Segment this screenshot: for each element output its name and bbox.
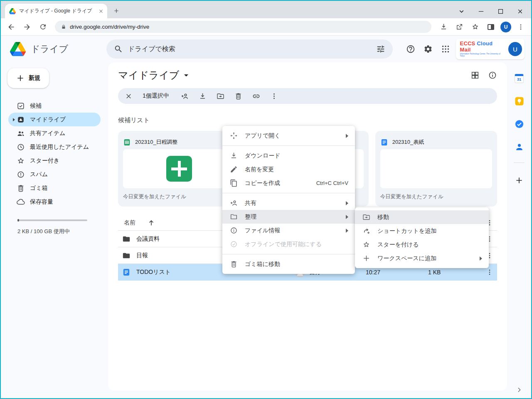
close-icon[interactable] [517, 8, 524, 15]
suggestions-heading: 候補リスト [118, 116, 497, 124]
search-input[interactable] [128, 45, 371, 53]
account-avatar[interactable]: U [508, 42, 522, 56]
gear-icon[interactable] [424, 44, 433, 54]
file-card-schedule[interactable]: 202310_日程調整 今日変更を加えたファイル [118, 131, 240, 207]
back-button[interactable] [5, 21, 17, 33]
organize-submenu: 移動 ショートカットを追加 スターを付ける ワークスペースに追加 [355, 207, 489, 268]
card-title: 202310_日程調整 [135, 138, 178, 146]
sidebar-item-label: 保存容量 [30, 198, 53, 206]
file-name: 会議資料 [136, 235, 160, 243]
address-bar[interactable]: drive.google.com/drive/my-drive [55, 21, 431, 33]
copy-link-icon[interactable] [252, 92, 260, 100]
move-to-folder-icon[interactable] [217, 92, 224, 100]
new-tab-button[interactable] [111, 5, 122, 17]
browser-menu-kebab-icon[interactable] [515, 21, 527, 33]
share-person-add-icon[interactable] [181, 92, 189, 100]
help-icon[interactable] [406, 44, 415, 54]
new-button[interactable]: 新規 [7, 68, 49, 88]
share-button[interactable] [453, 21, 466, 33]
bookmark-star-icon[interactable] [469, 21, 481, 33]
menu-label: ダウンロード [245, 152, 281, 160]
tab-title: マイドライブ - Google ドライブ [19, 7, 95, 15]
minimize-icon[interactable] [478, 8, 485, 15]
sidebar-item-trash[interactable]: ゴミ箱 [8, 181, 101, 195]
menu-item-download[interactable]: ダウンロード [222, 149, 355, 163]
card-caption: 今日変更を加えたファイル [123, 193, 235, 200]
app-name: ドライブ [31, 43, 68, 55]
menu-item-make-copy[interactable]: コピーを作成 Ctrl+C Ctrl+V [222, 176, 355, 190]
expand-caret-icon[interactable] [13, 118, 15, 121]
menu-item-move-to-trash[interactable]: ゴミ箱に移動 [222, 257, 355, 271]
tab-search-chevron-icon[interactable] [458, 8, 465, 15]
browser-tab[interactable]: マイドライブ - Google ドライブ [5, 4, 107, 18]
download-page-button[interactable] [437, 21, 450, 33]
menu-item-rename[interactable]: 名前を変更 [222, 163, 355, 176]
badge-word-2: Cloud [477, 40, 493, 47]
apps-grid-icon[interactable] [441, 44, 450, 54]
menu-item-file-info[interactable]: ファイル情報 [222, 224, 355, 237]
hide-side-panel-chevron-icon[interactable] [516, 387, 522, 393]
storage-progress-bar [17, 219, 87, 221]
menu-item-open-with[interactable]: アプリで開く [222, 129, 355, 143]
contacts-icon[interactable] [515, 142, 524, 152]
calendar-icon[interactable]: 31 [515, 74, 524, 83]
sidebar-item-spam[interactable]: スパム [8, 167, 101, 181]
spam-icon [17, 170, 25, 179]
sidebar-nav: 候補 マイドライブ 共有アイテム 最近使用したアイテム [1, 99, 108, 209]
submenu-item-add-shortcut[interactable]: ショートカットを追加 [355, 224, 489, 238]
menu-label: 共有 [245, 200, 256, 207]
person-add-icon [230, 199, 238, 207]
sidebar-item-starred[interactable]: スター付き [8, 154, 101, 167]
reload-button[interactable] [37, 21, 49, 33]
menu-item-organize[interactable]: 整理 [222, 210, 355, 224]
sidebar-item-recent[interactable]: 最近使用したアイテム [8, 140, 101, 154]
menu-label: ワークスペースに追加 [377, 255, 436, 262]
my-drive-icon [17, 116, 25, 124]
grid-view-icon[interactable] [470, 71, 480, 80]
file-name: 日報 [136, 252, 148, 259]
submenu-arrow-icon [480, 256, 482, 261]
side-panel-button[interactable] [485, 21, 497, 33]
window-controls [458, 8, 531, 18]
page-title[interactable]: マイドライブ [118, 69, 179, 82]
sidebar-item-storage[interactable]: 保存容量 [8, 195, 101, 209]
menu-label: コピーを作成 [245, 180, 280, 187]
tab-close-icon[interactable] [98, 8, 104, 14]
strip-divider [514, 163, 525, 163]
tasks-icon[interactable] [515, 119, 524, 129]
drive-brand: ドライブ [1, 42, 106, 56]
download-icon[interactable] [199, 92, 207, 100]
more-actions-kebab-icon[interactable] [270, 92, 278, 100]
browser-window: マイドライブ - Google ドライブ drive.google.com/dr… [0, 0, 532, 399]
lock-icon [61, 24, 66, 30]
sidebar-item-label: 最近使用したアイテム [30, 143, 89, 151]
menu-item-share[interactable]: 共有 [222, 196, 355, 210]
file-card-cover-page[interactable]: 202310_表紙 今日変更を加えたファイル [375, 131, 497, 207]
sidebar-item-shared[interactable]: 共有アイテム [8, 126, 101, 140]
row-kebab[interactable] [482, 268, 497, 276]
details-info-icon[interactable] [488, 71, 497, 80]
sidebar-item-my-drive[interactable]: マイドライブ [8, 113, 101, 126]
add-addon-plus-icon[interactable] [515, 176, 523, 185]
trash-icon[interactable] [234, 92, 242, 100]
star-icon [17, 157, 25, 165]
title-dropdown-icon[interactable] [184, 74, 188, 76]
submenu-item-move[interactable]: 移動 [355, 210, 489, 224]
forward-button[interactable] [21, 21, 33, 33]
sort-ascending-icon[interactable] [147, 219, 155, 227]
submenu-item-add-star[interactable]: スターを付ける [355, 238, 489, 251]
menu-label: アプリで開く [245, 132, 281, 140]
keep-icon[interactable] [515, 96, 524, 106]
search-bar[interactable] [106, 39, 393, 59]
drive-logo [10, 42, 26, 56]
submenu-item-add-to-workspace[interactable]: ワークスペースに追加 [355, 251, 489, 265]
maximize-icon[interactable] [497, 8, 504, 15]
sheets-file-icon [123, 138, 131, 146]
name-column-header[interactable]: 名前 [124, 219, 135, 227]
search-options-icon[interactable] [376, 44, 385, 54]
account-badge[interactable]: ECCS Cloud Mail Information Technology C… [456, 39, 525, 59]
browser-profile-avatar[interactable]: U [500, 22, 511, 32]
sidebar-item-suggested[interactable]: 候補 [8, 99, 101, 113]
clear-selection-icon[interactable] [125, 92, 133, 100]
menu-divider [222, 193, 355, 193]
